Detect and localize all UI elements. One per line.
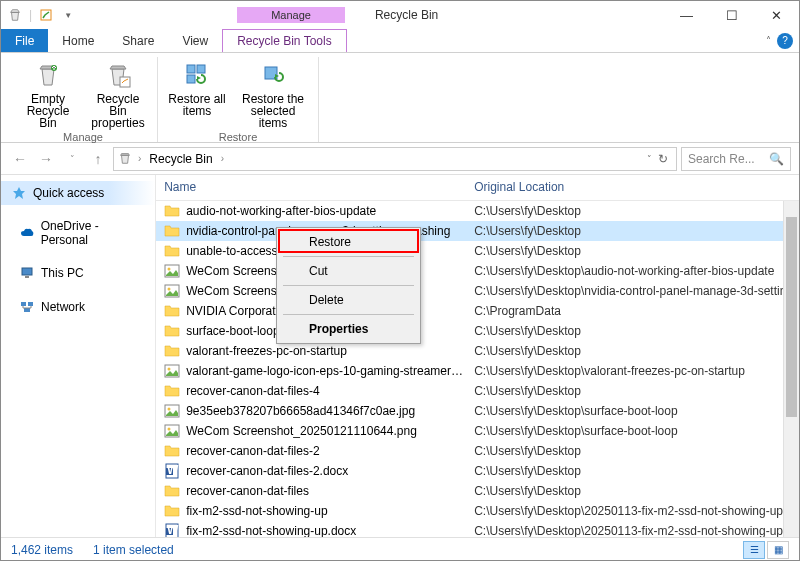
tab-share[interactable]: Share — [108, 29, 168, 52]
search-input[interactable]: Search Re... 🔍 — [681, 147, 791, 171]
tab-file[interactable]: File — [1, 29, 48, 52]
ribbon-group-manage: Empty Recycle Bin Recycle Bin properties… — [9, 57, 158, 142]
column-name[interactable]: Name — [156, 180, 466, 194]
properties-icon[interactable] — [38, 7, 54, 23]
address-bar[interactable]: › Recycle Bin › ˅ ↻ — [113, 147, 677, 171]
file-location: C:\Users\fy\Desktop — [466, 224, 799, 238]
file-row[interactable]: Wfix-m2-ssd-not-showing-up.docxC:\Users\… — [156, 521, 799, 537]
history-dropdown[interactable]: ˅ — [61, 148, 83, 170]
file-location: C:\Users\fy\Desktop — [466, 384, 799, 398]
file-name: recover-canon-dat-files-2 — [186, 444, 466, 458]
file-row[interactable]: valorant-freezes-pc-on-startupC:\Users\f… — [156, 341, 799, 361]
ribbon-expand-icon[interactable]: ˄ — [766, 35, 771, 46]
restore-selected-button[interactable]: Restore the selected items — [238, 59, 308, 129]
forward-button[interactable]: → — [35, 148, 57, 170]
refresh-icon[interactable]: ↻ — [658, 152, 668, 166]
menu-separator — [283, 285, 414, 286]
image-icon — [164, 263, 180, 279]
restore-all-button[interactable]: Restore all items — [168, 59, 226, 117]
ribbon-group-label: Manage — [63, 129, 103, 147]
context-menu: Restore Cut Delete Properties — [276, 227, 421, 344]
file-list-pane: Name Original Location audio-not-working… — [156, 175, 799, 537]
svg-rect-4 — [197, 65, 205, 73]
file-row[interactable]: valorant-game-logo-icon-eps-10-gaming-st… — [156, 361, 799, 381]
svg-rect-9 — [21, 302, 26, 306]
docx-icon: W — [164, 463, 180, 479]
file-row[interactable]: recover-canon-dat-filesC:\Users\fy\Deskt… — [156, 481, 799, 501]
file-row[interactable]: unable-to-access-...C:\Users\fy\Desktop — [156, 241, 799, 261]
large-icons-view-button[interactable]: ▦ — [767, 541, 789, 559]
file-row[interactable]: surface-boot-loopC:\Users\fy\Desktop — [156, 321, 799, 341]
file-name: valorant-freezes-pc-on-startup — [186, 344, 466, 358]
chevron-right-icon[interactable]: › — [221, 153, 224, 164]
sidebar-item-quick-access[interactable]: Quick access — [1, 181, 155, 205]
file-row[interactable]: nvidia-control-panel-manage-3d-settings-… — [156, 221, 799, 241]
folder-icon — [164, 303, 180, 319]
file-row[interactable]: recover-canon-dat-files-4C:\Users\fy\Des… — [156, 381, 799, 401]
file-name: fix-m2-ssd-not-showing-up — [186, 504, 466, 518]
file-row[interactable]: audio-not-working-after-bios-updateC:\Us… — [156, 201, 799, 221]
context-menu-cut[interactable]: Cut — [279, 259, 418, 283]
folder-icon — [164, 223, 180, 239]
breadcrumb[interactable]: Recycle Bin — [145, 152, 216, 166]
file-location: C:\ProgramData — [466, 304, 799, 318]
column-original-location[interactable]: Original Location — [466, 180, 799, 194]
context-menu-restore[interactable]: Restore — [279, 230, 418, 254]
file-name: valorant-game-logo-icon-eps-10-gaming-st… — [186, 364, 466, 378]
chevron-right-icon[interactable]: › — [138, 153, 141, 164]
details-view-button[interactable]: ☰ — [743, 541, 765, 559]
svg-point-19 — [168, 407, 171, 410]
qat-separator: | — [29, 8, 32, 22]
menu-separator — [283, 314, 414, 315]
folder-icon — [164, 243, 180, 259]
selection-count: 1 item selected — [93, 543, 174, 557]
file-row[interactable]: fix-m2-ssd-not-showing-upC:\Users\fy\Des… — [156, 501, 799, 521]
image-icon — [164, 423, 180, 439]
tab-recycle-bin-tools[interactable]: Recycle Bin Tools — [222, 29, 347, 52]
file-row[interactable]: recover-canon-dat-files-2C:\Users\fy\Des… — [156, 441, 799, 461]
up-button[interactable]: ↑ — [87, 148, 109, 170]
file-location: C:\Users\fy\Desktop\nvidia-control-panel… — [466, 284, 799, 298]
button-label: Restore the selected items — [238, 93, 308, 129]
qat-dropdown-icon[interactable]: ▼ — [60, 7, 76, 23]
tab-view[interactable]: View — [168, 29, 222, 52]
file-row[interactable]: WeCom Screenshot...C:\Users\fy\Desktop\a… — [156, 261, 799, 281]
maximize-button[interactable]: ☐ — [709, 1, 754, 29]
help-icon[interactable]: ? — [777, 33, 793, 49]
file-row[interactable]: WeCom Screenshot_20250121110644.pngC:\Us… — [156, 421, 799, 441]
tab-home[interactable]: Home — [48, 29, 108, 52]
svg-point-21 — [168, 427, 171, 430]
pc-icon — [19, 265, 35, 281]
empty-recycle-bin-button[interactable]: Empty Recycle Bin — [19, 59, 77, 129]
folder-icon — [164, 203, 180, 219]
file-location: C:\Users\fy\Desktop\20250113-fix-m2-ssd-… — [466, 524, 799, 537]
context-menu-delete[interactable]: Delete — [279, 288, 418, 312]
folder-icon — [164, 323, 180, 339]
svg-rect-2 — [120, 77, 130, 87]
back-button[interactable]: ← — [9, 148, 31, 170]
file-name: recover-canon-dat-files — [186, 484, 466, 498]
sidebar-item-this-pc[interactable]: This PC — [1, 261, 155, 285]
file-location: C:\Users\fy\Desktop — [466, 484, 799, 498]
recycle-bin-icon — [7, 7, 23, 23]
file-row[interactable]: 9e35eeb378207b66658ad41346f7c0ae.jpgC:\U… — [156, 401, 799, 421]
file-row[interactable]: WeCom Screenshot...C:\Users\fy\Desktop\n… — [156, 281, 799, 301]
file-row[interactable]: NVIDIA CorporationC:\ProgramData — [156, 301, 799, 321]
svg-rect-10 — [28, 302, 33, 306]
context-menu-properties[interactable]: Properties — [279, 317, 418, 341]
bin-properties-icon — [102, 59, 134, 91]
scrollbar-thumb[interactable] — [786, 217, 797, 417]
sidebar-item-network[interactable]: Network — [1, 295, 155, 319]
address-dropdown-icon[interactable]: ˅ — [647, 154, 652, 164]
vertical-scrollbar[interactable] — [783, 201, 799, 537]
minimize-button[interactable]: — — [664, 1, 709, 29]
recycle-bin-properties-button[interactable]: Recycle Bin properties — [89, 59, 147, 129]
file-row[interactable]: Wrecover-canon-dat-files-2.docxC:\Users\… — [156, 461, 799, 481]
column-headers: Name Original Location — [156, 175, 799, 201]
file-name: recover-canon-dat-files-2.docx — [186, 464, 466, 478]
file-location: C:\Users\fy\Desktop — [466, 324, 799, 338]
sidebar-item-onedrive[interactable]: OneDrive - Personal — [1, 215, 155, 251]
close-button[interactable]: ✕ — [754, 1, 799, 29]
svg-rect-3 — [187, 65, 195, 73]
empty-bin-icon — [32, 59, 64, 91]
